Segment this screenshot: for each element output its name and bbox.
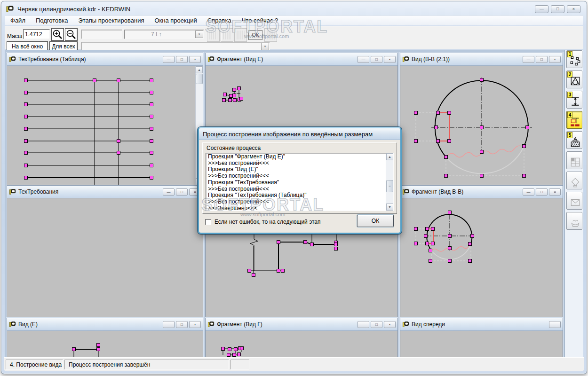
- close-button[interactable]: ×: [384, 56, 396, 63]
- scroll-up-icon[interactable]: ▲: [196, 66, 203, 73]
- table-icon: [570, 157, 581, 168]
- drawing-area[interactable]: [206, 331, 397, 357]
- scroll-thumb[interactable]: [196, 74, 203, 84]
- minimize-button[interactable]: —: [163, 56, 175, 63]
- stage-5-button[interactable]: 5: [566, 131, 582, 149]
- window-titlebar[interactable]: Вид спереди —: [400, 318, 563, 331]
- close-button[interactable]: ×: [189, 56, 201, 63]
- process-log-listbox[interactable]: Проекция "Фрагмент (Вид Е)" >>>Без постр…: [206, 153, 394, 211]
- window-titlebar[interactable]: Вид (В-В (2:1)) — □ ×: [400, 53, 563, 66]
- minimize-button[interactable]: —: [358, 321, 369, 328]
- window-titlebar[interactable]: Фрагмент (Вид Г) — □ ×: [206, 318, 397, 331]
- listbox-scrollbar[interactable]: ▲ ≡ ▼: [386, 153, 393, 211]
- toolbar-ok-button[interactable]: ОК: [248, 30, 262, 40]
- close-button[interactable]: ×: [549, 56, 561, 63]
- status-empty-pane: [230, 360, 249, 369]
- process-log-line[interactable]: >>>Без построений<<<: [208, 199, 384, 205]
- minimize-button[interactable]: —: [358, 56, 369, 63]
- ok-button[interactable]: ОК: [357, 215, 394, 227]
- drawing-area[interactable]: [400, 66, 563, 185]
- minimize-button[interactable]: —: [523, 56, 534, 63]
- drawing-fragment-bb[interactable]: [400, 199, 563, 318]
- stage-2-button[interactable]: 2: [566, 70, 582, 88]
- document-icon: [402, 56, 409, 63]
- maximize-button[interactable]: □: [371, 321, 382, 328]
- maximize-button[interactable]: □: [371, 56, 382, 63]
- menu-design-stages[interactable]: Этапы проектирования: [73, 16, 149, 25]
- maximize-button[interactable]: □: [551, 5, 564, 13]
- export-tool-button[interactable]: [566, 192, 582, 210]
- envelope-icon: [570, 197, 581, 208]
- maximize-button[interactable]: □: [536, 56, 548, 63]
- chevron-down-icon[interactable]: ▼: [195, 31, 203, 38]
- next-stage-checkbox[interactable]: [205, 219, 211, 225]
- window-title: ТехТребования (Таблица): [18, 56, 86, 63]
- drawing-fragment-g[interactable]: [206, 331, 397, 357]
- process-log-line[interactable]: >>>Без построений<<<: [208, 173, 384, 180]
- maximize-button[interactable]: □: [536, 188, 548, 196]
- drawing-area[interactable]: [7, 331, 203, 357]
- maximize-button[interactable]: □: [176, 188, 188, 196]
- stage-3-button[interactable]: 3: [566, 91, 582, 109]
- document-icon: [9, 56, 16, 63]
- process-log-line[interactable]: Проекция "ТехТребования": [208, 180, 384, 186]
- minimize-button[interactable]: —: [163, 321, 175, 328]
- minimize-button[interactable]: —: [523, 188, 534, 196]
- zoom-in-button[interactable]: [51, 28, 64, 41]
- process-log-line[interactable]: Проекция "Фрагмент (Вид Е)": [208, 154, 384, 160]
- minimize-button[interactable]: —: [163, 188, 175, 196]
- document-icon: [402, 321, 409, 328]
- close-button[interactable]: ×: [549, 188, 561, 196]
- drawing-area[interactable]: [7, 199, 203, 318]
- process-log-line[interactable]: >>>Без построений<<<: [208, 186, 384, 193]
- dialog-titlebar[interactable]: Процесс построения изображения по введён…: [199, 128, 400, 140]
- finish-tool-button[interactable]: [566, 212, 582, 230]
- toolbar-tool-button-4[interactable]: [264, 28, 277, 42]
- menu-preparation[interactable]: Подготовка: [31, 16, 73, 25]
- close-button[interactable]: ×: [189, 321, 201, 328]
- window-titlebar[interactable]: Фрагмент (Вид В-В) — □ ×: [400, 186, 563, 198]
- drawing-area[interactable]: ▲ ▼: [7, 66, 203, 185]
- window-tehtrebovaniya: ТехТребования — □ ×: [7, 185, 203, 318]
- drawing-area[interactable]: [400, 331, 563, 357]
- scroll-up-icon[interactable]: ▲: [386, 153, 393, 160]
- maximize-button[interactable]: □: [176, 56, 188, 63]
- table-tool-button[interactable]: [566, 151, 582, 169]
- toolbar-tool-button-3[interactable]: [234, 28, 247, 42]
- process-log-line[interactable]: >>>Завершено<<<: [208, 205, 384, 211]
- window-titlebar[interactable]: Фрагмент (Вид Е) — □ ×: [206, 53, 397, 66]
- process-log-line[interactable]: Проекция "ТехТребования (Таблица)": [208, 192, 384, 199]
- window-titlebar[interactable]: ТехТребования (Таблица) — □ ×: [7, 53, 203, 66]
- stage-1-button[interactable]: 1: [566, 50, 582, 68]
- zoom-out-button[interactable]: [65, 28, 78, 41]
- toolbar-tool-button-1[interactable]: [207, 28, 220, 42]
- app-titlebar: Червяк цилиндрический.kdr - KEDRWIN — □ …: [6, 3, 582, 15]
- menu-file[interactable]: Файл: [5, 16, 31, 25]
- close-button[interactable]: ×: [567, 5, 580, 13]
- scroll-thumb[interactable]: ≡: [386, 180, 393, 192]
- process-log-line[interactable]: Проекция "Вид (Е)": [208, 166, 384, 173]
- menu-help[interactable]: Справка: [202, 16, 237, 25]
- scale-input[interactable]: [23, 29, 50, 39]
- scroll-down-icon[interactable]: ▼: [386, 204, 393, 211]
- line-type-combo[interactable]: 7 L↑ ▼: [124, 30, 204, 39]
- window-vid-speredi: Вид спереди —: [400, 318, 563, 357]
- window-titlebar[interactable]: ТехТребования — □ ×: [7, 186, 203, 198]
- stage-4-button-active[interactable]: 4: [566, 111, 582, 129]
- maximize-button[interactable]: □: [176, 321, 188, 328]
- menu-what-now[interactable]: Что сейчас ?: [237, 16, 284, 25]
- stamp-tool-button[interactable]: [566, 172, 582, 189]
- drawing-section-bb[interactable]: [400, 66, 563, 185]
- minimize-button[interactable]: —: [535, 5, 548, 13]
- close-button[interactable]: ×: [384, 321, 396, 328]
- drawing-area[interactable]: [400, 199, 563, 318]
- menu-projection-windows[interactable]: Окна проекций: [149, 16, 202, 25]
- window-titlebar[interactable]: Вид (Е) — □ ×: [7, 318, 203, 331]
- drawing-table[interactable]: [7, 66, 195, 185]
- process-log-line[interactable]: >>>Без построений<<<: [208, 160, 384, 167]
- chevron-down-icon[interactable]: ▼: [261, 43, 269, 50]
- minimize-button[interactable]: —: [549, 321, 561, 328]
- build-view-icon: [570, 116, 581, 127]
- toolbar-tool-button-2[interactable]: [221, 28, 233, 42]
- drawing-vid-e[interactable]: [7, 331, 203, 357]
